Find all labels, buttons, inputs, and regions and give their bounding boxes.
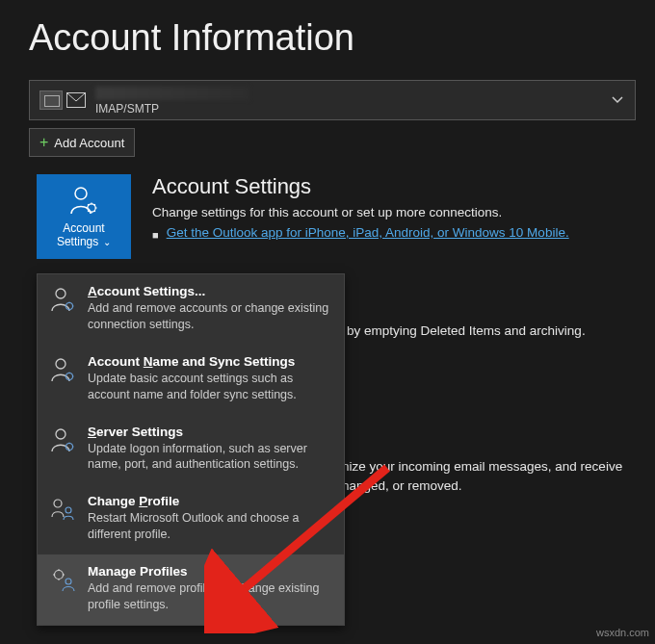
account-selector-dropdown[interactable]: IMAP/SMTP	[29, 80, 636, 120]
account-protocol: IMAP/SMTP	[95, 102, 249, 116]
svg-line-7	[88, 204, 89, 205]
section-title: Account Settings	[152, 174, 636, 199]
page-title: Account Information	[0, 0, 655, 80]
menu-item-manage-profiles[interactable]: Manage Profiles Add and remove profiles …	[38, 554, 344, 625]
svg-point-29	[54, 500, 62, 507]
menu-item-account-settings[interactable]: Account Settings... Add and remove accou…	[38, 274, 344, 345]
chevron-down-icon: ⌄	[100, 237, 111, 247]
mailbox-thumb-icon	[39, 90, 63, 110]
svg-point-17	[56, 359, 66, 369]
rules-desc-fragment: nize your incoming email messages, and r…	[342, 457, 622, 497]
menu-item-desc: Add and remove accounts or change existi…	[88, 300, 332, 333]
person-gear-icon	[47, 425, 78, 474]
tile-label-line2: Settings	[57, 235, 98, 248]
section-desc: Change settings for this account or set …	[152, 205, 636, 219]
menu-item-server-settings[interactable]: Server Settings Update logon information…	[38, 415, 344, 485]
svg-point-30	[66, 507, 71, 513]
envelope-icon	[66, 92, 86, 108]
person-gear-icon	[67, 185, 100, 216]
menu-item-desc: Add and remove profiles or change existi…	[88, 580, 332, 613]
tile-label-line1: Account	[63, 221, 104, 235]
menu-item-name-sync[interactable]: Account Name and Sync Settings Update ba…	[38, 345, 344, 415]
menu-item-title: Account Settings...	[88, 284, 332, 298]
account-settings-tile-button[interactable]: Account Settings ⌄	[37, 174, 131, 259]
svg-point-31	[55, 571, 64, 580]
menu-item-desc: Update basic account settings such as ac…	[88, 371, 332, 403]
outlook-app-link[interactable]: Get the Outlook app for iPhone, iPad, An…	[167, 225, 569, 240]
svg-line-8	[94, 210, 95, 211]
chevron-down-icon	[612, 96, 623, 104]
profile-swap-icon	[47, 494, 78, 543]
svg-line-10	[88, 210, 89, 211]
account-settings-dropdown-menu: Account Settings... Add and remove accou…	[37, 273, 345, 626]
svg-point-11	[56, 289, 66, 298]
menu-item-title: Server Settings	[88, 425, 332, 439]
person-gear-icon	[47, 284, 78, 333]
svg-point-23	[56, 429, 66, 439]
add-account-label: Add Account	[54, 136, 124, 150]
svg-point-36	[66, 579, 71, 584]
menu-item-title: Change Profile	[88, 494, 332, 508]
menu-item-title: Manage Profiles	[88, 564, 332, 579]
bullet-icon: ■	[152, 229, 159, 241]
person-gear-icon	[47, 354, 78, 403]
add-account-button[interactable]: + Add Account	[29, 128, 135, 157]
menu-item-change-profile[interactable]: Change Profile Restart Microsoft Outlook…	[38, 484, 344, 554]
svg-point-1	[75, 188, 87, 199]
menu-item-title: Account Name and Sync Settings	[88, 354, 332, 369]
mailbox-desc-fragment: by emptying Deleted Items and archiving.	[347, 323, 586, 338]
menu-item-desc: Restart Microsoft Outlook and choose a d…	[88, 510, 332, 543]
watermark: wsxdn.com	[596, 627, 649, 638]
gear-profile-icon	[47, 564, 78, 613]
plus-icon: +	[39, 134, 48, 151]
svg-line-9	[94, 204, 95, 205]
menu-item-desc: Update logon information, such as server…	[88, 441, 332, 474]
account-name-redacted	[95, 87, 249, 100]
